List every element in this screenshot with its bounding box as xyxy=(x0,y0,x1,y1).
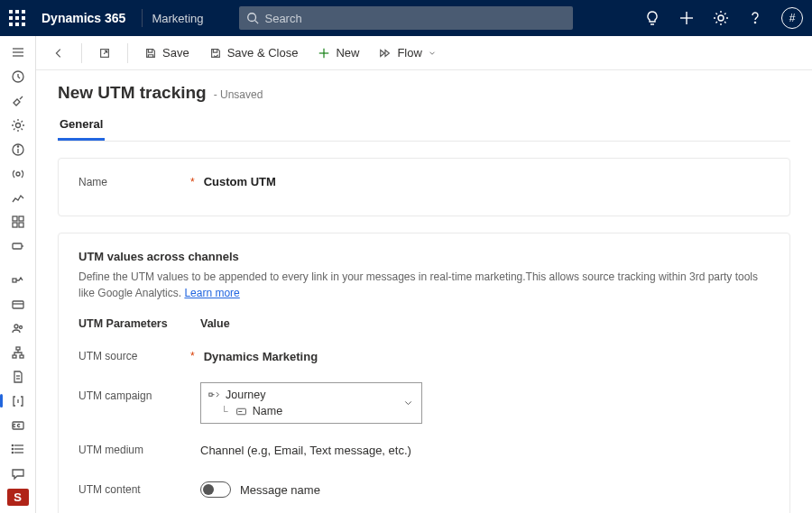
captions-icon[interactable] xyxy=(4,416,32,435)
svg-point-35 xyxy=(12,445,13,446)
svg-rect-27 xyxy=(13,355,16,358)
left-nav-rail: S xyxy=(0,36,36,513)
save-close-button[interactable]: Save & Close xyxy=(202,41,306,66)
recent-icon[interactable] xyxy=(4,68,32,87)
svg-point-14 xyxy=(16,172,20,176)
col-header-value: Value xyxy=(200,317,230,330)
chevron-down-icon xyxy=(402,398,414,409)
grid-icon[interactable] xyxy=(4,213,32,232)
svg-rect-15 xyxy=(13,216,17,221)
utm-campaign-label: UTM campaign xyxy=(78,389,187,402)
journey-option: Journey xyxy=(226,389,265,401)
global-search[interactable] xyxy=(239,6,573,30)
tab-general[interactable]: General xyxy=(58,112,105,141)
battery-icon[interactable] xyxy=(4,237,32,256)
svg-point-24 xyxy=(14,325,18,328)
utm-source-label: UTM source xyxy=(78,350,187,362)
section-title: UTM values across channels xyxy=(78,250,770,263)
flow-button[interactable]: Flow xyxy=(372,41,443,66)
utm-campaign-dropdown[interactable]: Journey Name xyxy=(200,382,422,424)
command-bar: Save Save & Close New Flow xyxy=(36,36,812,70)
col-header-params: UTM Parameters xyxy=(78,317,200,330)
pinned-icon[interactable] xyxy=(4,92,32,111)
svg-point-37 xyxy=(12,453,13,453)
hamburger-icon[interactable] xyxy=(4,43,32,62)
journey-icon[interactable] xyxy=(4,270,32,289)
info-nav-icon[interactable] xyxy=(4,140,32,159)
chat-icon[interactable] xyxy=(4,464,32,483)
lightbulb-icon[interactable] xyxy=(644,10,660,26)
name-option-icon xyxy=(235,406,247,417)
journey-option-icon xyxy=(208,389,220,401)
user-avatar[interactable]: # xyxy=(781,7,803,29)
save-button[interactable]: Save xyxy=(137,41,197,66)
svg-rect-22 xyxy=(13,301,23,308)
save-status: - Unsaved xyxy=(214,88,263,101)
analytics-icon[interactable] xyxy=(4,188,32,207)
utm-content-value: Message name xyxy=(240,483,320,497)
app-name: Marketing xyxy=(152,12,203,25)
svg-rect-41 xyxy=(209,393,212,396)
required-indicator: * xyxy=(190,176,195,188)
svg-rect-26 xyxy=(16,347,20,350)
settings-nav-icon[interactable] xyxy=(4,115,32,134)
people-icon[interactable] xyxy=(4,319,32,338)
svg-rect-28 xyxy=(20,355,23,358)
app-launcher-icon[interactable] xyxy=(9,10,25,26)
svg-point-5 xyxy=(754,22,755,23)
page-title: New UTM tracking xyxy=(58,83,207,103)
name-option: Name xyxy=(253,405,282,417)
utm-section-card: UTM values across channels Define the UT… xyxy=(58,233,790,513)
utm-medium-label: UTM medium xyxy=(78,444,187,456)
area-switcher[interactable]: S xyxy=(7,489,29,506)
svg-point-25 xyxy=(19,326,22,329)
name-label: Name xyxy=(78,176,187,188)
help-icon[interactable] xyxy=(747,10,763,26)
utm-medium-value: Channel (e.g, Email, Text message, etc.) xyxy=(200,444,411,457)
svg-point-13 xyxy=(17,146,18,147)
svg-rect-17 xyxy=(13,223,17,227)
section-desc: Define the UTM values to be appended to … xyxy=(78,269,770,301)
brackets-icon[interactable] xyxy=(4,391,32,410)
broadcast-icon[interactable] xyxy=(4,164,32,183)
learn-more-link[interactable]: Learn more xyxy=(184,287,239,299)
utm-source-value[interactable]: Dynamics Marketing xyxy=(204,350,318,363)
open-button[interactable] xyxy=(91,41,118,66)
name-value[interactable]: Custom UTM xyxy=(204,175,276,188)
new-button[interactable]: New xyxy=(310,41,366,66)
back-button[interactable] xyxy=(45,41,72,66)
hierarchy-icon[interactable] xyxy=(4,344,32,362)
document-icon[interactable] xyxy=(4,368,32,387)
svg-point-4 xyxy=(718,15,724,21)
chevron-down-icon xyxy=(428,49,437,58)
global-app-bar: Dynamics 365 Marketing # xyxy=(0,0,812,36)
svg-rect-21 xyxy=(13,279,16,282)
svg-line-1 xyxy=(255,21,259,24)
svg-point-36 xyxy=(12,449,13,450)
svg-rect-18 xyxy=(19,223,23,227)
svg-rect-16 xyxy=(19,216,23,221)
search-icon xyxy=(246,12,259,24)
svg-point-10 xyxy=(15,123,20,127)
utm-content-label: UTM content xyxy=(78,483,187,496)
utm-content-toggle[interactable] xyxy=(200,481,231,498)
divider xyxy=(142,9,143,27)
svg-rect-19 xyxy=(13,243,22,249)
search-input[interactable] xyxy=(264,12,566,25)
gear-icon[interactable] xyxy=(713,10,729,26)
svg-point-0 xyxy=(248,14,256,22)
name-card: Name * Custom UTM xyxy=(58,158,790,216)
brand-name: Dynamics 365 xyxy=(42,11,125,25)
card-icon[interactable] xyxy=(4,295,32,314)
list-nav-icon[interactable] xyxy=(4,440,32,459)
plus-icon[interactable] xyxy=(678,10,695,26)
